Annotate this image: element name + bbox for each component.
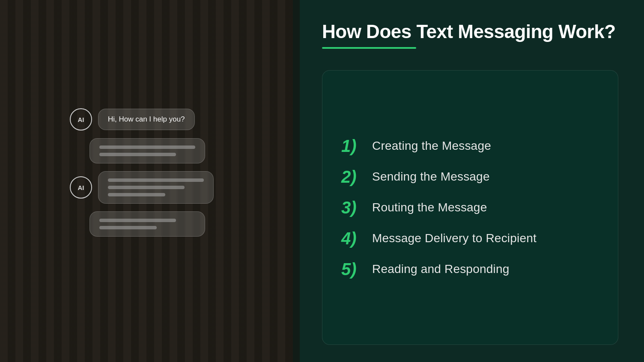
chat-row-2	[66, 138, 205, 163]
list-number-5: 5)	[341, 261, 364, 278]
page-title: How Does Text Messaging Work?	[322, 21, 618, 42]
list-card: 1) Creating the Message 2) Sending the M…	[322, 70, 618, 345]
list-number-2: 2)	[341, 168, 364, 185]
list-text-2: Sending the Message	[372, 170, 490, 184]
chat-line	[99, 226, 157, 229]
left-panel: AI Hi, How can I help you? AI	[0, 0, 296, 362]
list-text-1: Creating the Message	[372, 139, 491, 153]
chat-row-1: AI Hi, How can I help you?	[70, 108, 214, 131]
right-panel: How Does Text Messaging Work? 1) Creatin…	[296, 0, 644, 362]
main-content: AI Hi, How can I help you? AI	[0, 0, 644, 362]
title-underline	[322, 47, 416, 49]
chat-line	[99, 219, 176, 222]
list-item-2: 2) Sending the Message	[341, 161, 599, 192]
chat-line	[99, 145, 195, 149]
lines-bubble-2	[98, 171, 214, 204]
list-text-3: Routing the Message	[372, 201, 487, 214]
list-item-5: 5) Reading and Responding	[341, 254, 599, 285]
list-number-1: 1)	[341, 137, 364, 154]
ai-avatar-2: AI	[70, 176, 92, 199]
list-number-3: 3)	[341, 199, 364, 216]
list-item-4: 4) Message Delivery to Recipient	[341, 223, 599, 254]
chat-line	[108, 186, 185, 189]
chat-line	[108, 193, 165, 196]
lines-bubble-3	[89, 211, 205, 237]
lines-bubble-1	[89, 138, 205, 163]
list-text-4: Message Delivery to Recipient	[372, 231, 537, 245]
chat-row-3: AI	[70, 171, 214, 204]
list-item-3: 3) Routing the Message	[341, 192, 599, 223]
list-number-4: 4)	[341, 230, 364, 247]
list-item-1: 1) Creating the Message	[341, 131, 599, 161]
ai-avatar-1: AI	[70, 108, 92, 131]
list-text-5: Reading and Responding	[372, 262, 509, 276]
title-section: How Does Text Messaging Work?	[322, 21, 618, 49]
greeting-bubble: Hi, How can I help you?	[98, 109, 195, 130]
chat-line	[108, 178, 204, 182]
chat-row-4	[66, 211, 205, 237]
chat-line	[99, 153, 176, 156]
chat-illustration: AI Hi, How can I help you? AI	[57, 100, 222, 245]
